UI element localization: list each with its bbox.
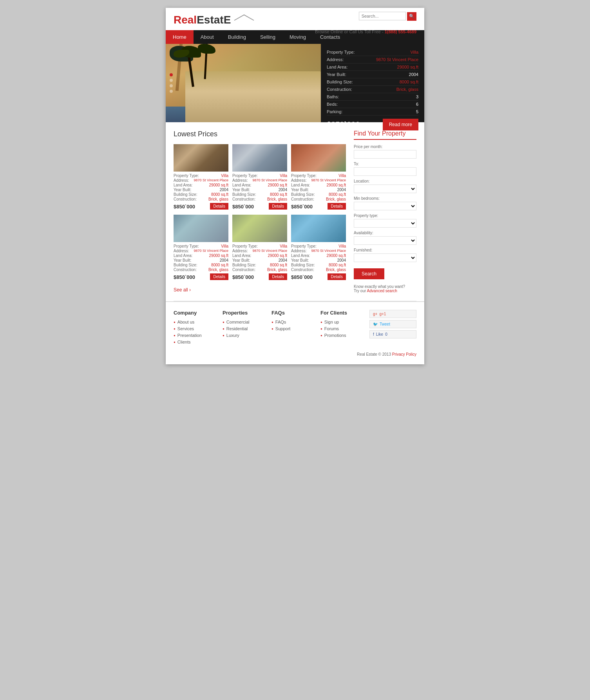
prop-type-val-1: Villa [221, 174, 228, 178]
prop-price-3: $850`000 [291, 204, 313, 210]
bullet-icon: ● [320, 320, 322, 324]
find-property-title: Find Your Property [354, 130, 416, 140]
prop-const-label-1: Construction: [174, 197, 197, 201]
prop-year-val-1: 2004 [220, 188, 228, 192]
slider-dot-4[interactable] [170, 90, 173, 93]
search-box: 🔍 [359, 12, 416, 21]
footer-link[interactable]: ●Services [174, 326, 217, 331]
footer-link[interactable]: ●Sign up [320, 320, 364, 324]
property-type-label: Property Type: [327, 49, 363, 56]
header-search-button[interactable]: 🔍 [407, 12, 416, 21]
search-submit-button[interactable]: Search [354, 268, 384, 279]
bullet-icon: ● [174, 327, 176, 331]
footer-link[interactable]: ●Clients [174, 340, 217, 344]
hero-price: $850`000 [327, 120, 360, 129]
copyright-text: Real Estate © 2013 [357, 352, 391, 356]
footer-link[interactable]: ●Presentation [174, 333, 217, 338]
property-card: Property Type:Villa Address:9870 St Vinc… [174, 215, 228, 281]
bullet-icon: ● [223, 327, 224, 331]
tagline: Browse Online or Call Us Toll Free - 1(8… [315, 29, 416, 34]
nav-item-building[interactable]: Building [221, 30, 253, 44]
property-thumbnail-2 [232, 144, 287, 172]
building-size-val: 8000 sq.ft [363, 78, 418, 86]
prop-type-label-1: Property Type: [174, 174, 199, 178]
prop-price-4: $850`000 [174, 274, 195, 280]
like-button[interactable]: f Like 0 [369, 330, 416, 338]
bullet-icon: ● [320, 334, 322, 337]
slider-dot-2[interactable] [170, 79, 173, 82]
details-button-2[interactable]: Details [269, 203, 287, 210]
price-from-input[interactable] [354, 150, 416, 159]
year-built-label: Year Built: [327, 71, 363, 78]
details-button-1[interactable]: Details [210, 203, 228, 210]
header-search-input[interactable] [359, 12, 406, 20]
see-all-link[interactable]: See all [174, 287, 191, 293]
social-buttons: g+ g+1 🐦 Tweet f Like 0 [369, 310, 416, 346]
bedrooms-select[interactable] [354, 202, 416, 210]
location-select[interactable] [354, 184, 416, 193]
footer-link[interactable]: ●About us [174, 320, 217, 324]
price-per-month-label: Price per month: [354, 145, 416, 149]
footer-bottom: Real Estate © 2013 Privacy Policy [174, 352, 416, 356]
listings-section: Lowest Prices Property Type:Villa Addres… [174, 130, 346, 293]
tweet-button[interactable]: 🐦 Tweet [369, 320, 416, 328]
nav-item-about[interactable]: About [194, 30, 221, 44]
prop-const-val-1: Brick, glass [208, 197, 228, 201]
footer-link[interactable]: ●Support [271, 326, 315, 331]
footer-faqs: FAQs ●FAQs ●Support [271, 310, 315, 346]
parking-label: Parking: [327, 108, 363, 116]
details-button-6[interactable]: Details [328, 273, 346, 280]
availability-select[interactable] [354, 236, 416, 245]
footer-link[interactable]: ●Forums [320, 326, 364, 331]
footer-link[interactable]: ●Commercial [223, 320, 266, 324]
address-label: Address: [327, 56, 363, 63]
footer-link[interactable]: ●Promotions [320, 333, 364, 338]
price-to-label: To: [354, 162, 416, 166]
hero-price-row: $850`000 Read more [327, 119, 418, 130]
footer-clients: For Clients ●Sign up ●Forums ●Promotions [320, 310, 364, 346]
construction-val: Brick, glass [363, 86, 418, 93]
footer: Company ●About us ●Services ●Presentatio… [166, 301, 424, 364]
address-val: 9870 St Vincent Place [363, 56, 418, 63]
advanced-search-link[interactable]: Advanced search [367, 289, 397, 293]
slider-dots [170, 73, 173, 93]
construction-label: Construction: [327, 86, 363, 93]
bullet-icon: ● [320, 327, 322, 331]
twitter-icon: 🐦 [373, 322, 378, 326]
footer-link[interactable]: ●Residential [223, 326, 266, 331]
building-size-label: Building Size: [327, 78, 363, 86]
footer-properties: Properties ●Commercial ●Residential ●Lux… [223, 310, 266, 346]
nav-item-selling[interactable]: Selling [253, 30, 282, 44]
beds-label: Beds: [327, 101, 363, 108]
availability-label: Availability: [354, 231, 416, 235]
nav-item-home[interactable]: Home [166, 30, 194, 44]
read-more-button[interactable]: Read more [383, 119, 418, 130]
footer-company-title: Company [174, 310, 217, 316]
parking-val: 5 [363, 108, 418, 116]
property-thumbnail-5 [232, 215, 287, 242]
privacy-policy-link[interactable]: Privacy Policy [392, 352, 416, 356]
footer-link[interactable]: ●Luxury [223, 333, 266, 338]
details-button-5[interactable]: Details [269, 273, 287, 280]
bullet-icon: ● [174, 340, 176, 344]
property-type-select[interactable] [354, 219, 416, 228]
footer-faqs-title: FAQs [271, 310, 315, 316]
details-button-4[interactable]: Details [210, 273, 228, 280]
gplus-button[interactable]: g+ g+1 [369, 310, 416, 318]
furnished-group: Furnished: [354, 248, 416, 262]
availability-group: Availability: [354, 231, 416, 245]
baths-label: Baths: [327, 93, 363, 101]
nav-item-moving[interactable]: Moving [282, 30, 313, 44]
slider-dot-1[interactable] [170, 73, 173, 76]
header: RealEstatE 🔍 Browse Online or Call Us To… [166, 8, 424, 30]
footer-properties-title: Properties [223, 310, 266, 316]
page-wrapper: RealEstatE 🔍 Browse Online or Call Us To… [166, 8, 424, 364]
footer-link[interactable]: ●FAQs [271, 320, 315, 324]
price-to-input[interactable] [354, 167, 416, 176]
slider-dot-3[interactable] [170, 84, 173, 87]
details-button-3[interactable]: Details [328, 203, 346, 210]
know-text: Know exactly what you want? [354, 284, 405, 289]
bullet-icon: ● [223, 320, 224, 324]
furnished-select[interactable] [354, 253, 416, 262]
baths-val: 3 [363, 93, 418, 101]
